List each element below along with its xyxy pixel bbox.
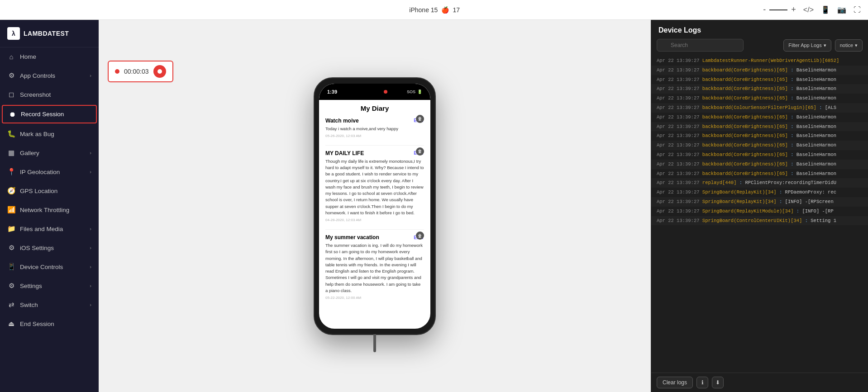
top-bar-actions: - + </> 📱 📷 ⛶ xyxy=(763,5,861,14)
diary-entry-title-1: Watch moive xyxy=(325,118,359,124)
sidebar-item-network-label: Network Throttling xyxy=(20,207,91,213)
switch-icon: ⇄ xyxy=(7,301,15,309)
diary-entry-1: 🗑 Watch moive EDIT Today i watch a moive… xyxy=(325,118,424,138)
log-line: Apr 22 13:39:27 backboardd(CoreBrightnes… xyxy=(651,94,868,103)
recording-timer: 00:00:03 xyxy=(124,68,149,75)
diary-title: My Diary xyxy=(325,104,424,112)
sidebar-item-screenshot-label: Screenshot xyxy=(20,91,91,98)
sidebar-item-settings[interactable]: ⚙ Settings › xyxy=(0,276,99,295)
code-icon[interactable]: </> xyxy=(803,6,814,14)
log-line: Apr 22 13:39:27 backboardd(CoreBrightnes… xyxy=(651,122,868,132)
diary-text-3: The summer vacation is ing. I will do my… xyxy=(325,242,424,294)
diary-entry-header-2: MY DAILY LIFE EDIT xyxy=(325,150,424,156)
sidebar-item-ip-geolocation[interactable]: 📍 IP Geolocation › xyxy=(0,162,99,181)
sidebar-item-files-and-media[interactable]: 📁 Files and Media › xyxy=(0,219,99,238)
sidebar-item-ios-label: iOS Settings xyxy=(20,245,85,251)
sidebar-item-home[interactable]: ⌂ Home xyxy=(0,47,99,66)
top-bar: iPhone 15 🍎 17 - + </> 📱 📷 ⛶ xyxy=(0,0,868,20)
chevron-right-icon: › xyxy=(90,264,91,269)
sidebar-item-gps[interactable]: 🧭 GPS Location xyxy=(0,181,99,200)
device-info: iPhone 15 🍎 17 xyxy=(409,6,460,14)
phone-camera-dot xyxy=(384,90,387,94)
clear-logs-button[interactable]: Clear logs xyxy=(657,377,693,388)
diary-date-2: 04-28-2020, 12:03 AM xyxy=(325,218,424,222)
notice-chevron-icon: ▾ xyxy=(855,43,858,48)
logo-text: LAMBDATEST xyxy=(24,30,69,37)
notice-dropdown-button[interactable]: notice ▾ xyxy=(835,39,863,52)
filter-app-logs-button[interactable]: Filter App Logs ▾ xyxy=(783,39,831,52)
log-line: Apr 22 13:39:27 LambdatestRunner-Runner(… xyxy=(651,56,868,66)
sidebar-item-end-session-label: End Session xyxy=(20,321,91,327)
chevron-right-icon: › xyxy=(90,302,91,307)
sidebar-item-screenshot[interactable]: ◻ Screenshot xyxy=(0,85,99,104)
zoom-minus[interactable]: - xyxy=(763,5,766,14)
filter-chevron-icon: ▾ xyxy=(824,43,826,48)
sidebar-item-switch-label: Switch xyxy=(20,302,85,308)
battery-icon: 🔋 xyxy=(417,90,422,94)
sidebar-item-record-session[interactable]: ⏺ Record Session xyxy=(2,105,97,123)
log-line: Apr 22 13:39:27 backboardd(CoreBrightnes… xyxy=(651,169,868,179)
chevron-right-icon: › xyxy=(90,283,91,288)
logs-search-input[interactable] xyxy=(657,39,744,52)
sidebar-logo: λ LAMBDATEST xyxy=(0,20,99,47)
diary-delete-btn-1[interactable]: 🗑 xyxy=(416,115,424,123)
sidebar-item-home-label: Home xyxy=(20,53,91,60)
device-rotate-icon[interactable]: 📱 xyxy=(821,5,830,14)
bug-icon: 🐛 xyxy=(7,130,15,138)
sos-icon: SOS xyxy=(407,90,415,94)
log-line: Apr 22 13:39:27 replayd[440] : RPClientP… xyxy=(651,178,868,188)
sidebar-item-app-controls[interactable]: ⚙ App Controls › xyxy=(0,66,99,85)
phone-screen: 1:39 SOS 🔋 My Diary xyxy=(319,84,430,329)
diary-delete-btn-2[interactable]: 🗑 xyxy=(416,147,424,156)
chevron-right-icon: › xyxy=(90,169,91,175)
geo-icon: 📍 xyxy=(7,168,15,176)
logs-content: Apr 22 13:39:27 LambdatestRunner-Runner(… xyxy=(651,56,868,373)
logs-download-icon[interactable]: ⬇ xyxy=(712,377,724,388)
app-controls-icon: ⚙ xyxy=(7,71,15,80)
log-line: Apr 22 13:39:27 backboardd(CoreBrightnes… xyxy=(651,84,868,94)
log-line: Apr 22 13:39:27 backboardd(CoreBrightnes… xyxy=(651,160,868,169)
logo-icon: λ xyxy=(7,27,20,40)
phone-cable xyxy=(373,334,376,352)
log-line: Apr 22 13:39:27 backboardd(CoreBrightnes… xyxy=(651,150,868,160)
logs-title: Device Logs xyxy=(651,20,868,39)
zoom-plus[interactable]: + xyxy=(791,5,796,14)
phone-status-bar: 1:39 SOS 🔋 xyxy=(319,84,430,100)
sidebar-item-ios-settings[interactable]: ⚙ iOS Settings › xyxy=(0,238,99,257)
device-controls-icon: 📱 xyxy=(7,263,15,271)
home-icon: ⌂ xyxy=(7,53,15,61)
content-area: 00:00:03 1:39 SOS 🔋 xyxy=(99,20,651,392)
sidebar-item-mark-as-bug[interactable]: 🐛 Mark as Bug xyxy=(0,124,99,143)
phone-content: My Diary 🗑 Watch moive EDIT Today i watc… xyxy=(319,100,430,329)
diary-delete-btn-3[interactable]: 🗑 xyxy=(416,231,424,240)
fullscreen-icon[interactable]: ⛶ xyxy=(854,6,861,14)
sidebar-item-end-session[interactable]: ⏏ End Session xyxy=(0,314,99,333)
diary-entry-title-3: My summer vacation xyxy=(325,234,379,241)
logs-info-icon[interactable]: ℹ xyxy=(696,377,708,388)
log-line: Apr 22 13:39:27 backboardd(CoreBrightnes… xyxy=(651,66,868,75)
sidebar-item-device-controls[interactable]: 📱 Device Controls › xyxy=(0,257,99,276)
diary-date-1: 05-26-2020, 12:03 AM xyxy=(325,134,424,138)
log-line: Apr 22 13:39:27 SpringBoard(ReplayKitMod… xyxy=(651,207,868,216)
sidebar-item-switch[interactable]: ⇄ Switch › xyxy=(0,295,99,314)
sidebar-item-gallery[interactable]: ▦ Gallery › xyxy=(0,143,99,162)
sidebar-item-settings-label: Settings xyxy=(20,283,85,289)
screenshot-topbar-icon[interactable]: 📷 xyxy=(837,5,846,14)
sidebar-item-files-label: Files and Media xyxy=(20,226,85,232)
log-line: Apr 22 13:39:27 backboardd(CoreBrightnes… xyxy=(651,141,868,150)
device-name: iPhone 15 xyxy=(409,6,438,14)
phone-time: 1:39 xyxy=(327,89,337,94)
log-line: Apr 22 13:39:27 backboardd(ColourSensorF… xyxy=(651,103,868,113)
diary-entry-header-1: Watch moive EDIT xyxy=(325,118,424,124)
sidebar-item-geo-label: IP Geolocation xyxy=(20,169,85,175)
recording-stop-button[interactable] xyxy=(153,65,166,78)
zoom-controls[interactable]: - + xyxy=(763,5,796,14)
sidebar-item-gallery-label: Gallery xyxy=(20,150,85,156)
sidebar-item-network-throttling[interactable]: 📶 Network Throttling xyxy=(0,200,99,219)
sidebar-item-app-controls-label: App Controls xyxy=(20,72,85,79)
chevron-right-icon: › xyxy=(90,226,91,231)
log-line: Apr 22 13:39:27 backboardd(CoreBrightnes… xyxy=(651,75,868,85)
recording-bar: 00:00:03 xyxy=(108,61,173,82)
logs-toolbar: 🔍 Filter App Logs ▾ notice ▾ xyxy=(651,39,868,56)
log-line: Apr 22 13:39:27 SpringBoard(ReplayKit)[3… xyxy=(651,188,868,197)
